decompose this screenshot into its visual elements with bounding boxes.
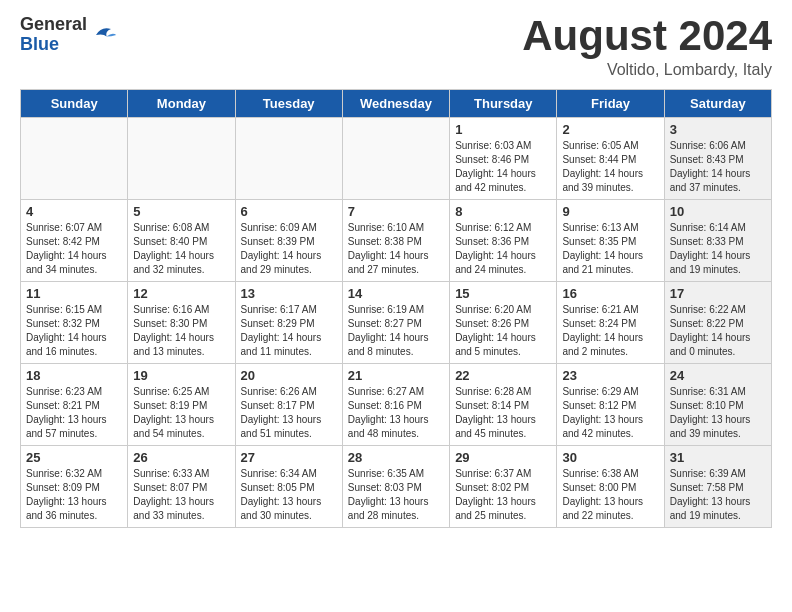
calendar-cell: 18Sunrise: 6:23 AM Sunset: 8:21 PM Dayli… <box>21 364 128 446</box>
calendar-cell: 30Sunrise: 6:38 AM Sunset: 8:00 PM Dayli… <box>557 446 664 528</box>
title-section: August 2024 Voltido, Lombardy, Italy <box>522 15 772 79</box>
month-year: August 2024 <box>522 15 772 57</box>
day-number: 15 <box>455 286 551 301</box>
day-number: 13 <box>241 286 337 301</box>
day-number: 18 <box>26 368 122 383</box>
day-info: Sunrise: 6:05 AM Sunset: 8:44 PM Dayligh… <box>562 139 658 195</box>
calendar-cell <box>21 118 128 200</box>
day-info: Sunrise: 6:33 AM Sunset: 8:07 PM Dayligh… <box>133 467 229 523</box>
calendar-cell: 16Sunrise: 6:21 AM Sunset: 8:24 PM Dayli… <box>557 282 664 364</box>
day-number: 30 <box>562 450 658 465</box>
day-info: Sunrise: 6:21 AM Sunset: 8:24 PM Dayligh… <box>562 303 658 359</box>
calendar-cell: 13Sunrise: 6:17 AM Sunset: 8:29 PM Dayli… <box>235 282 342 364</box>
calendar-header: SundayMondayTuesdayWednesdayThursdayFrid… <box>21 90 772 118</box>
page-container: General Blue August 2024 Voltido, Lombar… <box>0 0 792 538</box>
day-number: 22 <box>455 368 551 383</box>
day-number: 4 <box>26 204 122 219</box>
day-info: Sunrise: 6:06 AM Sunset: 8:43 PM Dayligh… <box>670 139 766 195</box>
day-info: Sunrise: 6:25 AM Sunset: 8:19 PM Dayligh… <box>133 385 229 441</box>
day-info: Sunrise: 6:29 AM Sunset: 8:12 PM Dayligh… <box>562 385 658 441</box>
calendar-cell: 5Sunrise: 6:08 AM Sunset: 8:40 PM Daylig… <box>128 200 235 282</box>
day-info: Sunrise: 6:03 AM Sunset: 8:46 PM Dayligh… <box>455 139 551 195</box>
calendar-cell: 7Sunrise: 6:10 AM Sunset: 8:38 PM Daylig… <box>342 200 449 282</box>
calendar-cell: 22Sunrise: 6:28 AM Sunset: 8:14 PM Dayli… <box>450 364 557 446</box>
day-info: Sunrise: 6:08 AM Sunset: 8:40 PM Dayligh… <box>133 221 229 277</box>
day-info: Sunrise: 6:13 AM Sunset: 8:35 PM Dayligh… <box>562 221 658 277</box>
calendar-cell: 26Sunrise: 6:33 AM Sunset: 8:07 PM Dayli… <box>128 446 235 528</box>
weekday-header: Friday <box>557 90 664 118</box>
day-number: 24 <box>670 368 766 383</box>
day-number: 17 <box>670 286 766 301</box>
day-number: 2 <box>562 122 658 137</box>
day-number: 9 <box>562 204 658 219</box>
calendar-cell: 12Sunrise: 6:16 AM Sunset: 8:30 PM Dayli… <box>128 282 235 364</box>
calendar-cell: 9Sunrise: 6:13 AM Sunset: 8:35 PM Daylig… <box>557 200 664 282</box>
calendar-cell: 17Sunrise: 6:22 AM Sunset: 8:22 PM Dayli… <box>664 282 771 364</box>
calendar-week-row: 25Sunrise: 6:32 AM Sunset: 8:09 PM Dayli… <box>21 446 772 528</box>
calendar-cell: 23Sunrise: 6:29 AM Sunset: 8:12 PM Dayli… <box>557 364 664 446</box>
day-number: 28 <box>348 450 444 465</box>
calendar-cell: 15Sunrise: 6:20 AM Sunset: 8:26 PM Dayli… <box>450 282 557 364</box>
day-number: 8 <box>455 204 551 219</box>
day-number: 3 <box>670 122 766 137</box>
day-number: 27 <box>241 450 337 465</box>
calendar-cell: 2Sunrise: 6:05 AM Sunset: 8:44 PM Daylig… <box>557 118 664 200</box>
weekday-header: Sunday <box>21 90 128 118</box>
day-number: 10 <box>670 204 766 219</box>
day-info: Sunrise: 6:27 AM Sunset: 8:16 PM Dayligh… <box>348 385 444 441</box>
logo: General Blue <box>20 15 120 55</box>
day-info: Sunrise: 6:10 AM Sunset: 8:38 PM Dayligh… <box>348 221 444 277</box>
calendar-cell: 10Sunrise: 6:14 AM Sunset: 8:33 PM Dayli… <box>664 200 771 282</box>
day-info: Sunrise: 6:22 AM Sunset: 8:22 PM Dayligh… <box>670 303 766 359</box>
calendar-cell: 19Sunrise: 6:25 AM Sunset: 8:19 PM Dayli… <box>128 364 235 446</box>
day-info: Sunrise: 6:31 AM Sunset: 8:10 PM Dayligh… <box>670 385 766 441</box>
calendar-cell: 14Sunrise: 6:19 AM Sunset: 8:27 PM Dayli… <box>342 282 449 364</box>
day-number: 12 <box>133 286 229 301</box>
day-info: Sunrise: 6:16 AM Sunset: 8:30 PM Dayligh… <box>133 303 229 359</box>
calendar-cell: 29Sunrise: 6:37 AM Sunset: 8:02 PM Dayli… <box>450 446 557 528</box>
day-number: 5 <box>133 204 229 219</box>
day-info: Sunrise: 6:38 AM Sunset: 8:00 PM Dayligh… <box>562 467 658 523</box>
day-info: Sunrise: 6:15 AM Sunset: 8:32 PM Dayligh… <box>26 303 122 359</box>
day-number: 26 <box>133 450 229 465</box>
day-info: Sunrise: 6:20 AM Sunset: 8:26 PM Dayligh… <box>455 303 551 359</box>
day-number: 7 <box>348 204 444 219</box>
day-info: Sunrise: 6:07 AM Sunset: 8:42 PM Dayligh… <box>26 221 122 277</box>
day-info: Sunrise: 6:39 AM Sunset: 7:58 PM Dayligh… <box>670 467 766 523</box>
day-number: 25 <box>26 450 122 465</box>
calendar-cell: 3Sunrise: 6:06 AM Sunset: 8:43 PM Daylig… <box>664 118 771 200</box>
day-number: 16 <box>562 286 658 301</box>
calendar-cell: 11Sunrise: 6:15 AM Sunset: 8:32 PM Dayli… <box>21 282 128 364</box>
calendar-cell: 28Sunrise: 6:35 AM Sunset: 8:03 PM Dayli… <box>342 446 449 528</box>
calendar-cell <box>235 118 342 200</box>
day-info: Sunrise: 6:34 AM Sunset: 8:05 PM Dayligh… <box>241 467 337 523</box>
day-info: Sunrise: 6:14 AM Sunset: 8:33 PM Dayligh… <box>670 221 766 277</box>
weekday-header: Thursday <box>450 90 557 118</box>
logo-blue: Blue <box>20 35 87 55</box>
weekday-header: Wednesday <box>342 90 449 118</box>
calendar-cell: 24Sunrise: 6:31 AM Sunset: 8:10 PM Dayli… <box>664 364 771 446</box>
calendar-week-row: 4Sunrise: 6:07 AM Sunset: 8:42 PM Daylig… <box>21 200 772 282</box>
day-number: 29 <box>455 450 551 465</box>
day-number: 14 <box>348 286 444 301</box>
calendar-cell: 27Sunrise: 6:34 AM Sunset: 8:05 PM Dayli… <box>235 446 342 528</box>
day-number: 19 <box>133 368 229 383</box>
day-info: Sunrise: 6:32 AM Sunset: 8:09 PM Dayligh… <box>26 467 122 523</box>
day-number: 1 <box>455 122 551 137</box>
day-info: Sunrise: 6:12 AM Sunset: 8:36 PM Dayligh… <box>455 221 551 277</box>
day-number: 11 <box>26 286 122 301</box>
day-info: Sunrise: 6:19 AM Sunset: 8:27 PM Dayligh… <box>348 303 444 359</box>
day-info: Sunrise: 6:35 AM Sunset: 8:03 PM Dayligh… <box>348 467 444 523</box>
day-info: Sunrise: 6:17 AM Sunset: 8:29 PM Dayligh… <box>241 303 337 359</box>
location: Voltido, Lombardy, Italy <box>522 61 772 79</box>
day-number: 21 <box>348 368 444 383</box>
calendar-body: 1Sunrise: 6:03 AM Sunset: 8:46 PM Daylig… <box>21 118 772 528</box>
weekday-row: SundayMondayTuesdayWednesdayThursdayFrid… <box>21 90 772 118</box>
calendar-week-row: 1Sunrise: 6:03 AM Sunset: 8:46 PM Daylig… <box>21 118 772 200</box>
calendar-cell: 4Sunrise: 6:07 AM Sunset: 8:42 PM Daylig… <box>21 200 128 282</box>
calendar-cell: 20Sunrise: 6:26 AM Sunset: 8:17 PM Dayli… <box>235 364 342 446</box>
calendar-week-row: 11Sunrise: 6:15 AM Sunset: 8:32 PM Dayli… <box>21 282 772 364</box>
day-number: 31 <box>670 450 766 465</box>
logo-bird-icon <box>90 20 120 50</box>
calendar-wrapper: SundayMondayTuesdayWednesdayThursdayFrid… <box>0 89 792 538</box>
